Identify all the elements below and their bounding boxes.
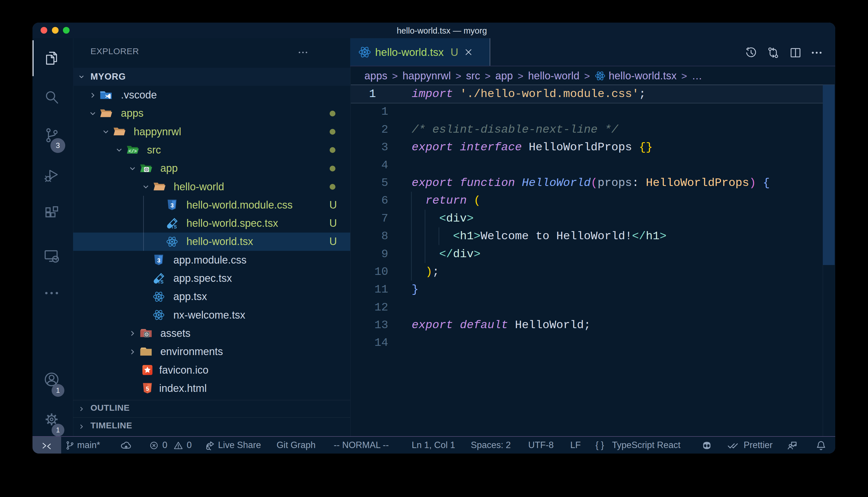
svg-text:</>: </> <box>128 149 137 154</box>
svg-text:3: 3 <box>170 202 174 209</box>
svg-text:3: 3 <box>157 257 160 264</box>
svg-text:TS: TS <box>157 279 164 284</box>
svg-text:TS: TS <box>171 224 177 229</box>
svg-text:5: 5 <box>146 385 149 392</box>
